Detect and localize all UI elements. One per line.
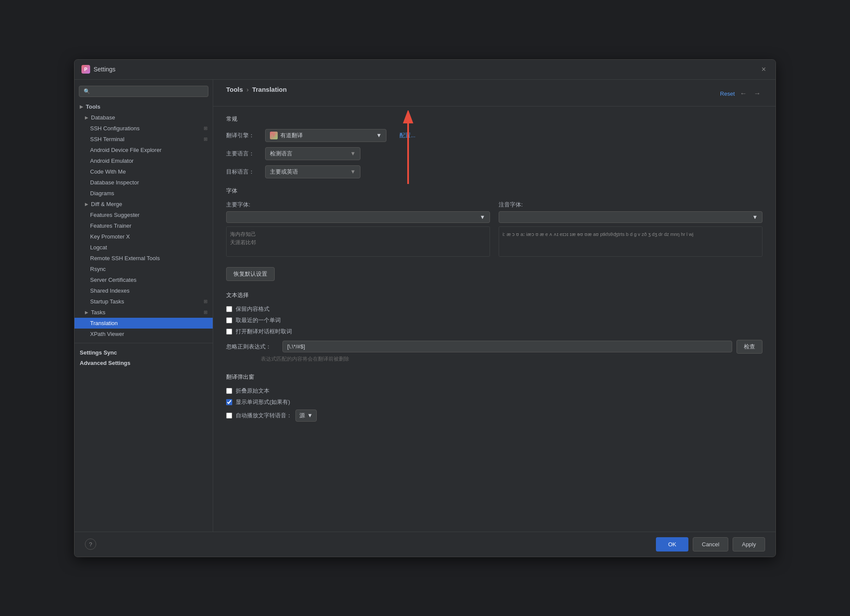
back-button[interactable]: ← <box>738 89 749 98</box>
expand-arrow-tasks: ▶ <box>85 310 88 315</box>
sidebar-item-diff-merge[interactable]: ▶ Diff & Merge <box>75 199 213 210</box>
primary-font-preview: 海内存知己 天涯若比邻 <box>226 226 490 257</box>
sidebar-item-android-emu[interactable]: Android Emulator <box>75 155 213 166</box>
popup-checkbox-row-1: 折叠原始文本 <box>226 387 762 395</box>
sidebar-item-ssh-config[interactable]: SSH Configurations ⊞ <box>75 123 213 134</box>
sidebar-label-features-trainer: Features Trainer <box>90 223 131 229</box>
checkbox-row-2: 取最近的一个单词 <box>226 316 762 324</box>
search-bar[interactable]: 🔍 <box>79 86 208 97</box>
sidebar-label-shared-indexes: Shared Indexes <box>90 287 130 294</box>
dialog-body: 🔍 ▶ Tools ▶ Database SSH Configurations … <box>75 80 775 532</box>
search-icon: 🔍 <box>84 88 90 94</box>
checkbox-2[interactable] <box>226 317 232 323</box>
popup-checkbox-row-3: 自动播放文字转语音： 源 ▼ <box>226 410 762 422</box>
primary-lang-value: 检测语言 <box>270 150 292 158</box>
cancel-button[interactable]: Cancel <box>693 537 728 551</box>
sidebar-item-db-inspector[interactable]: Database Inspector <box>75 177 213 188</box>
sidebar-label-features-suggester: Features Suggester <box>90 212 140 218</box>
primary-font-select[interactable]: ▼ <box>226 211 490 223</box>
auto-play-select[interactable]: 源 ▼ <box>295 410 317 422</box>
sidebar-label-db-inspector: Database Inspector <box>90 179 139 186</box>
popup-checkbox-3[interactable] <box>226 413 232 419</box>
divider-1 <box>75 343 213 343</box>
sidebar-icon-ssh-config: ⊞ <box>204 126 208 131</box>
dialog-footer: ? OK Cancel Apply <box>75 532 775 557</box>
sidebar-label-ssh-terminal: SSH Terminal <box>90 136 124 142</box>
expand-arrow-tools: ▶ <box>80 104 83 109</box>
sidebar-item-startup-tasks[interactable]: Startup Tasks ⊞ <box>75 296 213 307</box>
engine-dropdown-arrow: ▼ <box>376 132 382 139</box>
footer-right: OK Cancel Apply <box>656 537 765 551</box>
footer-left: ? <box>85 539 96 550</box>
primary-font-line2: 天涯若比邻 <box>230 239 486 247</box>
config-link[interactable]: 配置... <box>399 132 415 139</box>
forward-button[interactable]: → <box>752 89 762 98</box>
sidebar-item-server-certs[interactable]: Server Certificates <box>75 274 213 285</box>
sidebar-item-code-with-me[interactable]: Code With Me <box>75 166 213 177</box>
primary-lang-arrow: ▼ <box>350 150 356 157</box>
popup-checkbox-label-2: 显示单词形式(如果有) <box>236 398 290 406</box>
general-section-title: 常规 <box>226 115 762 123</box>
sidebar-item-rsync[interactable]: Rsync <box>75 264 213 274</box>
primary-lang-select[interactable]: 检测语言 ▼ <box>265 147 360 160</box>
sidebar-label-server-certs: Server Certificates <box>90 277 136 283</box>
reset-font-button[interactable]: 恢复默认设置 <box>226 267 275 281</box>
ok-button[interactable]: OK <box>656 537 688 551</box>
tools-label: Tools <box>86 103 101 110</box>
close-button[interactable]: × <box>759 64 769 75</box>
primary-font-label: 主要字体: <box>226 201 490 209</box>
sidebar-label-xpath: XPath Viewer <box>90 331 124 337</box>
sidebar-item-tasks[interactable]: ▶ Tasks ⊞ <box>75 307 213 318</box>
target-lang-select[interactable]: 主要或英语 ▼ <box>265 165 360 178</box>
primary-lang-row: 主要语言： 检测语言 ▼ <box>226 147 762 160</box>
sidebar-label-rsync: Rsync <box>90 266 106 272</box>
sidebar: 🔍 ▶ Tools ▶ Database SSH Configurations … <box>75 80 213 532</box>
regex-input[interactable]: [\.\*/#$] <box>282 341 732 352</box>
popup-checkbox-label-3: 自动播放文字转语音： <box>236 412 292 419</box>
checkbox-1[interactable] <box>226 306 232 312</box>
sidebar-item-features-trainer[interactable]: Features Trainer <box>75 220 213 231</box>
sidebar-label-diff-merge: Diff & Merge <box>91 201 122 207</box>
settings-sync-label: Settings Sync <box>80 349 117 356</box>
checkbox-3[interactable] <box>226 329 232 335</box>
sidebar-label-android-file: Android Device File Explorer <box>90 147 162 153</box>
main-area: Tools › Translation Reset ← → 常规 翻译引擎： <box>213 80 775 532</box>
engine-row: 翻译引擎： Y 有道翻译 ▼ 配置... <box>226 129 762 142</box>
sidebar-item-key-promoter[interactable]: Key Promoter X <box>75 231 213 242</box>
auto-play-value: 源 <box>299 412 305 419</box>
help-button[interactable]: ? <box>85 539 96 550</box>
header-bar: Tools › Translation Reset ← → <box>213 80 775 106</box>
popup-checkbox-row-2: 显示单词形式(如果有) <box>226 398 762 406</box>
check-button[interactable]: 检查 <box>736 340 762 354</box>
sidebar-item-ssh-terminal[interactable]: SSH Terminal ⊞ <box>75 134 213 145</box>
sidebar-section-tools[interactable]: ▶ Tools <box>75 101 213 112</box>
sidebar-item-translation[interactable]: Translation <box>75 318 213 329</box>
engine-select[interactable]: Y 有道翻译 ▼ <box>265 129 386 142</box>
apply-button[interactable]: Apply <box>733 537 765 551</box>
phonetic-font-label: 注音字体: <box>499 201 762 209</box>
sidebar-item-remote-ssh[interactable]: Remote SSH External Tools <box>75 253 213 264</box>
sidebar-item-diagrams[interactable]: Diagrams <box>75 188 213 199</box>
target-lang-value: 主要或英语 <box>270 168 298 176</box>
phonetic-font-select[interactable]: ▼ <box>499 211 762 223</box>
popup-checkbox-2[interactable] <box>226 399 232 405</box>
sidebar-label-remote-ssh: Remote SSH External Tools <box>90 255 160 261</box>
sidebar-section-settings-sync[interactable]: Settings Sync <box>75 347 213 357</box>
engine-label: 翻译引擎： <box>226 132 261 139</box>
checkbox-label-1: 保留内容格式 <box>236 305 269 313</box>
sidebar-item-features-suggester[interactable]: Features Suggester <box>75 210 213 220</box>
title-bar: P Settings × <box>75 60 775 80</box>
reset-button[interactable]: Reset <box>720 90 735 97</box>
sidebar-item-logcat[interactable]: Logcat <box>75 242 213 253</box>
sidebar-label-key-promoter: Key Promoter X <box>90 233 130 240</box>
sidebar-item-shared-indexes[interactable]: Shared Indexes <box>75 285 213 296</box>
sidebar-item-android-file[interactable]: Android Device File Explorer <box>75 145 213 155</box>
sidebar-item-xpath[interactable]: XPath Viewer <box>75 329 213 339</box>
primary-lang-label: 主要语言： <box>226 150 261 158</box>
phonetic-font-arrow: ▼ <box>752 214 758 220</box>
sidebar-item-database[interactable]: ▶ Database <box>75 112 213 123</box>
sidebar-section-advanced[interactable]: Advanced Settings <box>75 357 213 368</box>
engine-value: 有道翻译 <box>280 132 303 139</box>
popup-checkbox-1[interactable] <box>226 388 232 394</box>
expand-arrow-database: ▶ <box>85 115 88 120</box>
